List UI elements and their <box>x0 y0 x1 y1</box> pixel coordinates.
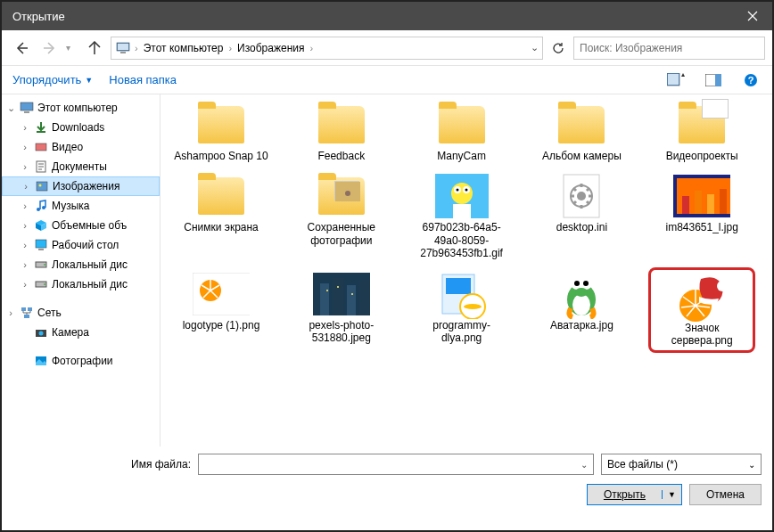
file-item[interactable]: Значок сервера.png <box>648 267 755 354</box>
file-item[interactable]: Сохраненные фотографии <box>288 169 395 263</box>
titlebar: Открытие <box>2 2 772 30</box>
close-button[interactable] <box>732 2 772 30</box>
sidebar-item[interactable]: ⌄Этот компьютер <box>2 98 160 118</box>
breadcrumb-item[interactable]: Этот компьютер <box>142 42 226 54</box>
svg-point-36 <box>456 189 458 192</box>
svg-point-41 <box>577 192 586 201</box>
file-name-label: Снимки экрана <box>184 221 259 233</box>
open-dropdown[interactable]: ▼ <box>662 490 681 499</box>
svg-rect-24 <box>21 307 26 311</box>
view-menu[interactable] <box>665 70 687 90</box>
sidebar-item[interactable]: ›Downloads <box>2 118 160 137</box>
svg-rect-53 <box>347 285 356 315</box>
svg-rect-59 <box>446 278 471 294</box>
svg-rect-2 <box>120 52 126 53</box>
expand-icon[interactable]: › <box>5 307 16 318</box>
expand-icon[interactable]: › <box>20 142 30 152</box>
expand-icon[interactable]: › <box>20 161 30 172</box>
search-input[interactable] <box>580 42 759 54</box>
file-item[interactable]: ManyCam <box>408 98 515 166</box>
svg-rect-26 <box>24 315 29 318</box>
file-item[interactable]: programmy-dlya.png <box>408 267 515 354</box>
refresh-button[interactable] <box>547 37 570 60</box>
sidebar-item[interactable]: ›Рабочий стол <box>2 235 160 255</box>
svg-rect-19 <box>38 249 44 250</box>
organize-label: Упорядочить <box>12 73 81 86</box>
file-name-label: ManyCam <box>437 150 486 162</box>
sidebar-item[interactable]: ›Изображения <box>2 176 160 196</box>
file-item[interactable]: Видеопроекты <box>648 98 755 166</box>
sidebar-item[interactable]: Фотографии <box>2 351 160 371</box>
svg-rect-11 <box>37 131 45 133</box>
svg-rect-10 <box>24 111 29 113</box>
cancel-button[interactable]: Отмена <box>689 484 762 505</box>
sidebar-item[interactable]: ›Сеть <box>2 303 160 323</box>
breadcrumb-item[interactable]: Изображения <box>235 42 306 54</box>
new-folder-button[interactable]: Новая папка <box>109 73 177 86</box>
folder-icon <box>34 354 48 368</box>
file-item[interactable]: pexels-photo-531880.jpeg <box>288 267 395 354</box>
up-button[interactable] <box>82 36 107 61</box>
file-item[interactable]: im843651_l.jpg <box>648 169 755 263</box>
expand-icon[interactable]: › <box>20 259 30 270</box>
file-name-label: desktop.ini <box>556 221 607 233</box>
folder-icon <box>34 160 48 174</box>
file-item[interactable]: Аватарка.jpg <box>528 267 635 354</box>
help-button[interactable]: ? <box>740 70 762 90</box>
file-thumbnail <box>553 271 610 317</box>
svg-point-23 <box>44 283 45 285</box>
expand-icon[interactable]: › <box>20 122 30 133</box>
expand-icon[interactable]: › <box>20 220 30 231</box>
back-button[interactable] <box>9 36 34 61</box>
file-name-label: 697b023b-64a5-49a0-8059-27b963453fb1.gif <box>413 221 511 259</box>
search-box[interactable] <box>573 37 765 60</box>
sidebar-item[interactable]: ›Документы <box>2 157 160 176</box>
file-name-label: Ashampoo Snap 10 <box>174 150 268 162</box>
file-item[interactable]: Ashampoo Snap 10 <box>168 98 275 166</box>
expand-icon[interactable]: › <box>20 279 30 290</box>
file-item[interactable]: Снимки экрана <box>168 169 275 263</box>
organize-menu[interactable]: Упорядочить ▼ <box>12 73 93 86</box>
expand-icon[interactable]: ⌄ <box>5 102 16 114</box>
filename-label: Имя файла: <box>12 458 191 471</box>
filename-input[interactable]: ⌄ <box>198 454 594 475</box>
breadcrumb[interactable]: › Этот компьютер › Изображения › ⌄ <box>111 37 543 60</box>
svg-point-37 <box>465 189 467 192</box>
file-item[interactable]: 697b023b-64a5-49a0-8059-27b963453fb1.gif <box>408 169 515 263</box>
sidebar-item[interactable]: ›Локальный дис <box>2 255 160 274</box>
svg-point-21 <box>44 264 45 266</box>
expand-icon[interactable]: › <box>20 240 30 250</box>
sidebar-item-label: Объемные объ <box>52 219 127 232</box>
file-item[interactable]: logotype (1).png <box>168 267 275 354</box>
sidebar-item[interactable]: ›Музыка <box>2 196 160 216</box>
breadcrumb-dropdown[interactable]: ⌄ <box>531 42 539 53</box>
preview-pane-button[interactable] <box>703 70 724 90</box>
svg-point-70 <box>717 281 728 291</box>
sidebar-item-label: Камера <box>52 326 89 339</box>
expand-icon[interactable]: › <box>21 181 31 192</box>
file-thumbnail <box>193 271 250 317</box>
svg-rect-51 <box>320 283 329 315</box>
sidebar-item-label: Downloads <box>52 121 104 134</box>
filetype-filter[interactable]: Все файлы (*) ⌄ <box>601 454 762 475</box>
sidebar-item[interactable]: ›Видео <box>2 137 160 157</box>
sidebar-item[interactable]: ›Объемные объ <box>2 216 160 235</box>
expand-icon[interactable]: › <box>20 201 30 211</box>
chevron-down-icon: ⌄ <box>748 460 755 470</box>
file-thumbnail <box>313 102 370 148</box>
forward-button[interactable] <box>37 36 62 61</box>
file-item[interactable]: desktop.ini <box>528 169 635 263</box>
new-folder-label: Новая папка <box>109 73 177 86</box>
sidebar-item[interactable]: Камера <box>2 323 160 342</box>
svg-text:?: ? <box>748 75 754 86</box>
file-item[interactable]: Feedback <box>288 98 395 166</box>
file-item[interactable]: Альбом камеры <box>528 98 635 166</box>
file-name-label: logotype (1).png <box>183 319 260 331</box>
folder-icon <box>34 199 48 213</box>
folder-icon <box>20 306 34 320</box>
open-button[interactable]: Открыть ▼ <box>587 484 682 505</box>
file-name-label: Значок сервера.png <box>655 322 749 348</box>
sidebar-item[interactable]: ›Локальный дис <box>2 274 160 294</box>
recent-dropdown[interactable]: ▾ <box>66 43 78 53</box>
file-thumbnail <box>313 173 370 219</box>
